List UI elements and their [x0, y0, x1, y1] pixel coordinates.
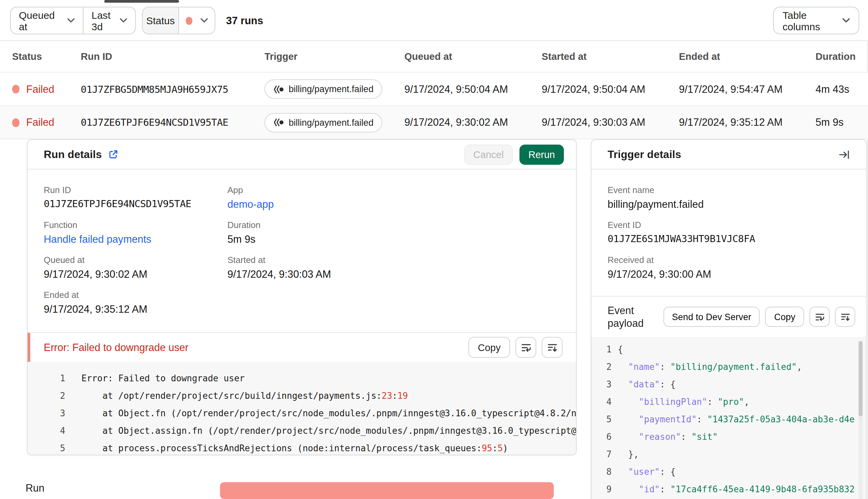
payload-json-line: 8 "user": { — [591, 463, 866, 481]
run-id-field: Run ID 01J7ZE6TPJF6E94NCSD1V95TAE — [44, 184, 227, 211]
event-payload-section: Event payload Send to Dev Server Copy 1{… — [591, 296, 866, 499]
error-section: Error: Failed to downgrade user Copy 1Er… — [27, 332, 576, 455]
payload-json-line: 6 "reason": "sit" — [591, 428, 866, 446]
line-number: 8 — [591, 463, 612, 481]
copy-error-button[interactable]: Copy — [468, 337, 510, 358]
payload-json-line: 3 "data": { — [591, 376, 866, 393]
error-title: Error: Failed to downgrade user — [44, 341, 189, 353]
queued-at-label: Queued at — [44, 254, 227, 266]
error-header: Error: Failed to downgrade user Copy — [27, 333, 576, 362]
scroll-to-bottom-button[interactable] — [542, 337, 563, 358]
line-number: 6 — [591, 428, 612, 446]
time-range-filter-button[interactable]: Last 3d — [83, 8, 135, 34]
ended-at-label: Ended at — [44, 289, 227, 301]
run-details-panel: Run details Cancel Rerun Run ID 01J7ZE6T… — [27, 139, 577, 455]
table-columns-button[interactable]: Table columns — [773, 7, 859, 34]
date-filter-group: Queued at Last 3d — [10, 7, 136, 34]
payload-scrollbar[interactable] — [859, 341, 863, 499]
scroll-to-bottom-button[interactable] — [835, 307, 855, 327]
payload-scrollbar-thumb[interactable] — [859, 341, 863, 416]
event-payload-json: 1{2 "name": "billing/payment.failed",3 "… — [591, 341, 866, 499]
trigger-details-panel: Trigger details Event name billing/payme… — [591, 139, 867, 499]
queued-at-cell: 9/17/2024, 9:50:04 AM — [405, 83, 542, 95]
payload-json-line: 7 }, — [591, 446, 866, 463]
stack-trace-line: 3 at Object.fn (/opt/render/project/src/… — [27, 405, 576, 422]
cancel-button[interactable]: Cancel — [464, 144, 513, 165]
word-wrap-toggle-button[interactable] — [809, 307, 830, 327]
run-id-label: Run ID — [44, 184, 227, 196]
chevron-down-icon — [201, 18, 208, 23]
collapse-panel-icon[interactable] — [839, 149, 850, 160]
table-row[interactable]: Failed01J7ZE6TPJF6E94NCSD1V95TAEbilling/… — [0, 106, 868, 139]
queued-at-cell: 9/17/2024, 9:30:02 AM — [405, 116, 542, 129]
line-number: 2 — [27, 387, 65, 405]
send-to-dev-server-button[interactable]: Send to Dev Server — [663, 307, 760, 327]
failed-status-dot-icon — [12, 118, 20, 127]
app-field: App demo-app — [227, 184, 560, 211]
function-link[interactable]: Handle failed payments — [44, 232, 227, 246]
started-at-cell: 9/17/2024, 9:50:04 AM — [542, 83, 679, 95]
filter-bar: Queued at Last 3d Status — [0, 0, 868, 41]
app-label: App — [227, 184, 560, 196]
trigger-event-badge[interactable]: billing/payment.failed — [264, 80, 382, 99]
run-id-cell: 01J7ZFBG5DMM85MJA9H659JX75 — [81, 84, 264, 95]
started-at-cell: 9/17/2024, 9:30:03 AM — [542, 116, 679, 129]
external-link-icon[interactable] — [108, 149, 118, 159]
runs-count: 37 runs — [226, 0, 263, 41]
line-number: 1 — [591, 341, 612, 358]
rerun-button[interactable]: Rerun — [519, 144, 564, 165]
error-stack-trace: 1Error: Failed to downgrade user2 at /op… — [27, 362, 576, 455]
queued-at-value: 9/17/2024, 9:30:02 AM — [44, 267, 227, 281]
run-status-text: Failed — [26, 116, 54, 129]
trigger-cell: billing/payment.failed — [264, 113, 405, 132]
status-filter-value-button[interactable] — [178, 8, 215, 34]
column-header-duration: Duration — [816, 51, 868, 62]
run-details-title: Run details — [44, 148, 101, 160]
payload-json-line: 4 "billingPlan": "pro", — [591, 393, 866, 411]
trigger-cell: billing/payment.failed — [264, 80, 405, 99]
ended-at-value: 9/17/2024, 9:35:12 AM — [44, 302, 227, 316]
queued-at-field: Queued at 9/17/2024, 9:30:02 AM — [44, 254, 227, 281]
payload-json-line: 1{ — [591, 341, 866, 358]
event-icon — [273, 85, 284, 93]
event-payload-code: 1{2 "name": "billing/payment.failed",3 "… — [591, 337, 866, 499]
duration-field: Duration 5m 9s — [227, 219, 560, 246]
stack-trace-text: at Object.assign.fn (/opt/render/project… — [81, 422, 576, 440]
payload-json-text: "paymentId": "1437a25f-05a3-404a-ab3e-d4… — [618, 411, 855, 428]
line-number: 3 — [591, 376, 612, 393]
line-number: 7 — [591, 446, 612, 463]
payload-json-line: 5 "paymentId": "1437a25f-05a3-404a-ab3e-… — [591, 411, 866, 428]
duration-label: Duration — [227, 219, 560, 231]
copy-payload-button[interactable]: Copy — [765, 307, 804, 327]
table-body: Failed01J7ZFBG5DMM85MJA9H659JX75billing/… — [0, 72, 868, 139]
line-number: 5 — [591, 411, 612, 428]
payload-json-line: 2 "name": "billing/payment.failed", — [591, 358, 866, 376]
app-link[interactable]: demo-app — [227, 197, 560, 211]
line-number: 4 — [591, 393, 612, 411]
stack-trace-line: 2 at /opt/render/project/src/build/innge… — [27, 387, 576, 405]
horizontal-scrollbar-thumb[interactable] — [104, 0, 179, 3]
event-id-field: Event ID 01J7ZE6S1MJWA33HT9B1VJC8FA — [607, 219, 850, 246]
failed-status-dot-icon — [12, 85, 20, 94]
column-header-ended-at: Ended at — [679, 51, 816, 62]
word-wrap-toggle-button[interactable] — [515, 337, 536, 358]
trigger-event-name: billing/payment.failed — [289, 84, 373, 94]
table-row[interactable]: Failed01J7ZFBG5DMM85MJA9H659JX75billing/… — [0, 72, 868, 106]
runs-page: Queued at Last 3d Status — [0, 0, 868, 499]
queued-at-filter-button[interactable]: Queued at — [11, 8, 83, 34]
timeline-run-bar[interactable] — [220, 482, 554, 499]
failed-status-dot-icon — [186, 16, 192, 25]
payload-json-text: "id": "17ca4ff6-45ea-4149-9b48-6fa935b83… — [618, 481, 855, 498]
column-header-queued-at: Queued at — [405, 51, 542, 62]
event-name-field: Event name billing/payment.failed — [607, 184, 850, 211]
duration-value: 5m 9s — [227, 232, 560, 246]
payload-json-line: 9 "id": "17ca4ff6-45ea-4149-9b48-6fa935b… — [591, 481, 866, 498]
run-id-cell: 01J7ZE6TPJF6E94NCSD1V95TAE — [81, 117, 264, 128]
trigger-event-badge[interactable]: billing/payment.failed — [264, 113, 382, 132]
started-at-field: Started at 9/17/2024, 9:30:03 AM — [227, 254, 560, 281]
event-payload-label: Event payload — [607, 304, 656, 330]
payload-json-text: }, — [618, 446, 639, 463]
trigger-details-header: Trigger details — [591, 140, 866, 169]
run-status-text: Failed — [26, 83, 54, 95]
ended-at-cell: 9/17/2024, 9:35:12 AM — [679, 116, 816, 129]
